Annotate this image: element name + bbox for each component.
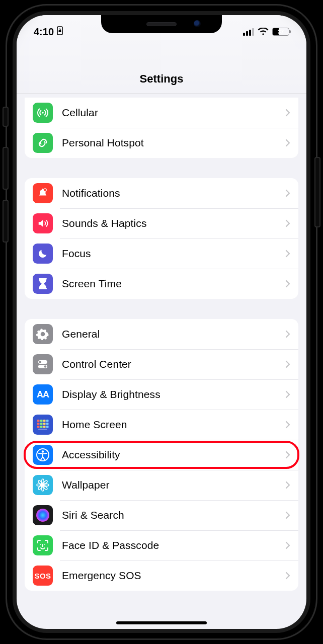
svg-rect-19 xyxy=(40,426,43,428)
settings-group: CellularPersonal Hotspot xyxy=(25,98,298,158)
svg-point-24 xyxy=(42,450,44,452)
cellular-signal-icon xyxy=(243,28,254,36)
row-label: Control Center xyxy=(62,358,285,370)
svg-point-35 xyxy=(40,544,41,545)
faceid-icon xyxy=(33,535,53,555)
battery-icon: 37 xyxy=(272,28,289,36)
page-title: Settings xyxy=(140,72,184,86)
svg-rect-21 xyxy=(46,426,49,428)
svg-rect-4 xyxy=(39,278,47,280)
settings-row-notifications[interactable]: Notifications xyxy=(25,178,298,208)
row-label: Wallpaper xyxy=(62,479,285,491)
svg-rect-5 xyxy=(39,288,47,290)
row-label: Display & Brightness xyxy=(62,388,285,400)
siri-icon xyxy=(33,505,53,525)
settings-row-general[interactable]: General xyxy=(25,319,298,349)
bell-icon xyxy=(33,183,53,203)
row-label: Sounds & Haptics xyxy=(62,217,285,229)
settings-row-screentime[interactable]: Screen Time xyxy=(25,269,298,299)
row-label: Focus xyxy=(62,248,285,260)
settings-row-faceid[interactable]: Face ID & Passcode xyxy=(25,530,298,560)
accessibility-icon xyxy=(33,445,53,465)
orientation-lock-icon xyxy=(56,26,64,38)
moon-icon xyxy=(33,244,53,264)
row-label: Face ID & Passcode xyxy=(62,539,285,551)
chevron-right-icon xyxy=(285,541,290,549)
screen: 4:10 37 Settings CellularP xyxy=(17,15,306,629)
chevron-right-icon xyxy=(285,330,290,338)
wifi-icon xyxy=(258,28,269,36)
svg-point-28 xyxy=(45,484,49,486)
settings-row-focus[interactable]: Focus xyxy=(25,238,298,269)
settings-row-siri[interactable]: Siri & Search xyxy=(25,500,298,530)
volume-up-button[interactable] xyxy=(3,147,9,190)
power-button[interactable] xyxy=(314,157,320,227)
settings-row-accessibility[interactable]: Accessibility xyxy=(25,440,298,470)
flower-icon xyxy=(33,475,53,495)
svg-rect-17 xyxy=(46,423,49,425)
chevron-right-icon xyxy=(285,481,290,489)
chevron-right-icon xyxy=(285,451,290,459)
settings-row-wallpaper[interactable]: Wallpaper xyxy=(25,470,298,500)
appgrid-icon xyxy=(33,415,53,435)
svg-rect-13 xyxy=(46,420,49,422)
settings-row-controlcenter[interactable]: Control Center xyxy=(25,349,298,379)
svg-point-3 xyxy=(44,189,47,192)
svg-rect-1 xyxy=(59,30,61,32)
notch xyxy=(101,15,222,33)
switches-icon xyxy=(33,354,53,374)
svg-rect-15 xyxy=(40,423,43,425)
row-label: Screen Time xyxy=(62,278,285,290)
row-label: Personal Hotspot xyxy=(62,137,285,149)
sos-icon: SOS xyxy=(33,566,53,586)
settings-row-homescreen[interactable]: Home Screen xyxy=(25,410,298,440)
svg-rect-16 xyxy=(43,423,46,425)
svg-point-9 xyxy=(44,365,47,368)
speaker-icon xyxy=(33,213,53,233)
status-time: 4:10 xyxy=(34,26,54,38)
chevron-right-icon xyxy=(285,219,290,227)
mute-switch[interactable] xyxy=(3,107,9,127)
chevron-right-icon xyxy=(285,511,290,519)
earpiece-speaker xyxy=(146,22,177,26)
settings-group: NotificationsSounds & HapticsFocusScreen… xyxy=(25,178,298,299)
volume-down-button[interactable] xyxy=(3,200,9,243)
aa-icon: AA xyxy=(33,384,53,405)
settings-scroll-view[interactable]: CellularPersonal HotspotNotificationsSou… xyxy=(17,94,306,629)
svg-rect-14 xyxy=(37,423,40,425)
svg-point-36 xyxy=(44,544,45,545)
home-indicator[interactable] xyxy=(116,621,207,624)
svg-rect-18 xyxy=(37,426,40,428)
device-frame: 4:10 37 Settings CellularP xyxy=(8,6,315,638)
svg-rect-12 xyxy=(43,420,46,422)
chevron-right-icon xyxy=(285,139,290,147)
svg-rect-22 xyxy=(38,429,47,430)
row-label: Accessibility xyxy=(62,449,285,461)
chevron-right-icon xyxy=(285,390,290,398)
settings-row-hotspot[interactable]: Personal Hotspot xyxy=(25,128,298,158)
row-label: Emergency SOS xyxy=(62,570,285,582)
svg-rect-10 xyxy=(37,420,40,422)
chevron-right-icon xyxy=(285,572,290,580)
chevron-right-icon xyxy=(285,109,290,117)
row-label: Notifications xyxy=(62,187,285,199)
row-label: Home Screen xyxy=(62,419,285,431)
svg-point-26 xyxy=(42,479,44,483)
settings-row-cellular[interactable]: Cellular xyxy=(25,98,298,128)
svg-rect-20 xyxy=(43,426,46,428)
hourglass-icon xyxy=(33,274,53,294)
antenna-icon xyxy=(33,103,53,123)
row-label: Siri & Search xyxy=(62,509,285,521)
front-camera xyxy=(194,20,201,27)
settings-row-emergencysos[interactable]: SOSEmergency SOS xyxy=(25,560,298,591)
chevron-right-icon xyxy=(285,421,290,429)
svg-point-32 xyxy=(37,484,41,486)
svg-point-34 xyxy=(36,509,49,522)
chevron-right-icon xyxy=(285,280,290,288)
settings-row-sounds[interactable]: Sounds & Haptics xyxy=(25,208,298,238)
chevron-right-icon xyxy=(285,189,290,197)
settings-row-display[interactable]: AADisplay & Brightness xyxy=(25,379,298,410)
chevron-right-icon xyxy=(285,250,290,258)
battery-percentage: 37 xyxy=(273,29,289,35)
chevron-right-icon xyxy=(285,360,290,368)
